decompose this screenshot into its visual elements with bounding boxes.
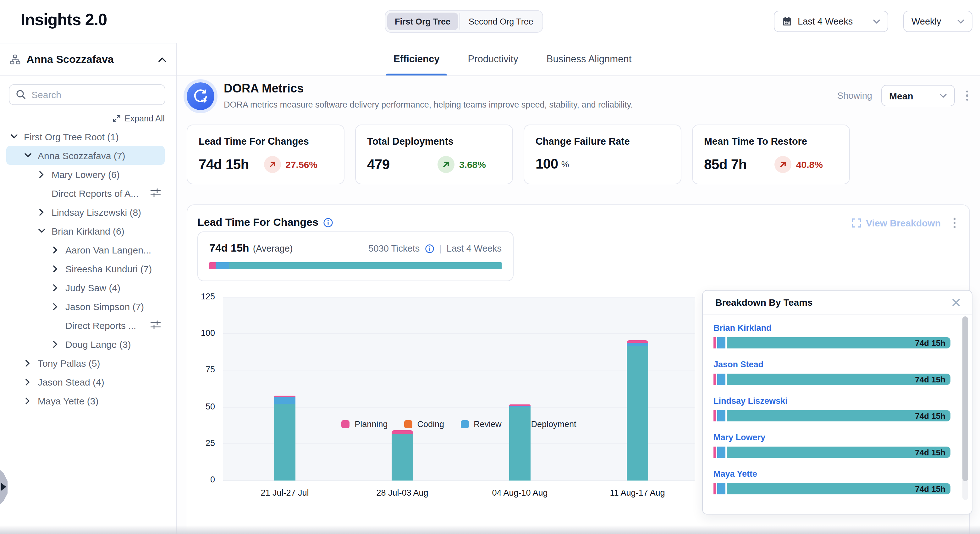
date-range-select[interactable]: Last 4 Weeks xyxy=(774,11,888,32)
info-icon[interactable] xyxy=(323,218,334,228)
tree-item-direct-reports-of-a[interactable]: Direct Reports of A... xyxy=(0,184,176,202)
tree-item-direct-reports[interactable]: Direct Reports ... xyxy=(0,316,176,335)
chevron-right-icon[interactable] xyxy=(37,171,46,178)
lead-time-menu-button[interactable] xyxy=(951,215,958,231)
org-tree: First Org Tree Root (1)Anna Scozzafava (… xyxy=(0,127,176,410)
team-stacked-bar: 74d 15h xyxy=(713,337,950,349)
tree-item-tony-pallas-5[interactable]: Tony Pallas (5) xyxy=(0,354,176,372)
chart-bar-4[interactable] xyxy=(627,340,648,481)
team-name-link[interactable]: Mary Lowery xyxy=(713,433,950,442)
top-bar: Insights 2.0 First Org Tree Second Org T… xyxy=(0,0,980,43)
metric-card-mean-time-to-restore: Mean Time To Restore85d 7h40.8% xyxy=(692,124,850,184)
bar-segment-deployment xyxy=(627,346,648,481)
tree-item-doug-lange-3[interactable]: Doug Lange (3) xyxy=(0,335,176,354)
metric-delta: 3.68% xyxy=(438,156,486,173)
tree-item-label: Direct Reports of A... xyxy=(51,188,138,198)
bar-segment-review xyxy=(717,374,725,385)
panel-scrollbar[interactable] xyxy=(963,316,968,500)
filter-sliders-icon[interactable] xyxy=(150,188,161,199)
tree-item-jason-stead-4[interactable]: Jason Stead (4) xyxy=(0,372,176,391)
chevron-right-icon[interactable] xyxy=(37,209,46,215)
tree-item-jason-simpson-7[interactable]: Jason Simpson (7) xyxy=(0,297,176,316)
sidebar-search xyxy=(9,84,165,105)
team-name-link[interactable]: Brian Kirkland xyxy=(713,323,950,333)
team-stacked-bar: 74d 15h xyxy=(713,446,950,458)
tree-item-judy-saw-4[interactable]: Judy Saw (4) xyxy=(0,278,176,297)
chart-bar-3[interactable] xyxy=(509,405,531,481)
org-tree-icon xyxy=(10,54,21,65)
chevron-right-icon[interactable] xyxy=(50,303,60,310)
tickets-count: 5030 Tickets xyxy=(368,244,420,253)
expand-all-button[interactable]: Expand All xyxy=(0,114,165,123)
tab-productivity[interactable]: Productivity xyxy=(466,43,519,75)
chevron-right-icon[interactable] xyxy=(22,397,33,404)
chart-bar-1[interactable] xyxy=(274,395,296,481)
team-name-link[interactable]: Jason Stead xyxy=(713,360,950,369)
toggle-first-org-tree[interactable]: First Org Tree xyxy=(387,13,458,30)
legend-item-review[interactable]: Review xyxy=(460,419,502,429)
tab-business-alignment[interactable]: Business Alignment xyxy=(545,43,633,75)
delta-percent: 40.8% xyxy=(796,159,823,170)
date-range-value: Last 4 Weeks xyxy=(798,16,853,26)
tree-item-label: Tony Pallas (5) xyxy=(38,357,100,368)
expand-all-icon xyxy=(113,115,121,123)
close-icon[interactable] xyxy=(949,295,963,309)
content-area: EfficiencyProductivityBusiness Alignment… xyxy=(177,43,980,534)
sidebar-collapse-handle[interactable] xyxy=(0,470,8,504)
granularity-select[interactable]: Weekly xyxy=(903,11,972,32)
team-value: 74d 15h xyxy=(915,338,945,348)
tab-efficiency[interactable]: Efficiency xyxy=(392,43,441,75)
chevron-down-icon[interactable] xyxy=(22,153,33,158)
aggregation-select[interactable]: Mean xyxy=(881,85,955,106)
tree-item-anna-scozzafava-7[interactable]: Anna Scozzafava (7) xyxy=(6,146,165,165)
chevron-down-icon[interactable] xyxy=(37,228,46,233)
tree-item-label: Direct Reports ... xyxy=(65,320,136,330)
team-name-link[interactable]: Lindsay Liszewski xyxy=(713,396,950,406)
chevron-right-icon[interactable] xyxy=(22,378,33,385)
breakdown-panel-title: Breakdown By Teams xyxy=(715,297,949,308)
legend-item-coding[interactable]: Coding xyxy=(404,419,444,429)
sidebar-header[interactable]: Anna Scozzafava xyxy=(0,43,176,76)
breakdown-row-mary-lowery: Mary Lowery74d 15h xyxy=(713,433,950,458)
chevron-right-icon[interactable] xyxy=(50,246,60,253)
bar-segment-deployment: 74d 15h xyxy=(727,410,950,421)
metric-delta: 27.56% xyxy=(264,156,317,173)
team-name-link[interactable]: Maya Yette xyxy=(713,469,950,479)
chevron-right-icon[interactable] xyxy=(22,359,33,367)
chevron-up-icon[interactable] xyxy=(158,57,166,62)
team-stacked-bar: 74d 15h xyxy=(713,410,950,421)
chevron-down-icon xyxy=(958,19,964,24)
chevron-down-icon[interactable] xyxy=(9,134,19,139)
filter-sliders-icon[interactable] xyxy=(150,320,161,332)
metric-title: Lead Time For Changes xyxy=(199,136,332,147)
info-icon[interactable] xyxy=(425,244,434,253)
chevron-right-icon[interactable] xyxy=(50,265,60,272)
average-range: Last 4 Weeks xyxy=(447,244,502,253)
dora-menu-button[interactable] xyxy=(963,88,970,104)
bar-segment-review xyxy=(717,483,725,494)
tree-item-sireesha-kunduri-7[interactable]: Sireesha Kunduri (7) xyxy=(0,259,176,278)
tree-item-maya-yette-3[interactable]: Maya Yette (3) xyxy=(0,391,176,410)
legend-item-deployment[interactable]: Deployment xyxy=(518,419,576,429)
average-label: (Average) xyxy=(253,244,293,253)
tree-item-first-org-tree-root-1[interactable]: First Org Tree Root (1) xyxy=(0,127,176,146)
toggle-second-org-tree[interactable]: Second Org Tree xyxy=(461,13,541,30)
legend-item-planning[interactable]: Planning xyxy=(341,419,388,429)
chevron-right-icon[interactable] xyxy=(50,341,60,347)
search-input[interactable] xyxy=(9,84,165,105)
dora-subtitle: DORA metrics measure software delivery p… xyxy=(224,100,633,110)
view-breakdown-button[interactable]: View Breakdown xyxy=(851,218,941,228)
tree-item-aaron-van-langen[interactable]: Aaron Van Langen... xyxy=(0,240,176,259)
chevron-right-icon[interactable] xyxy=(50,284,60,291)
tree-item-mary-lowery-6[interactable]: Mary Lowery (6) xyxy=(0,165,176,184)
bar-segment-planning xyxy=(391,430,413,434)
team-value: 74d 15h xyxy=(915,448,945,457)
tree-item-lindsay-liszewski-8[interactable]: Lindsay Liszewski (8) xyxy=(0,202,176,222)
tree-item-brian-kirkland-6[interactable]: Brian Kirkland (6) xyxy=(0,222,176,240)
bar-segment-review xyxy=(274,397,296,404)
chevron-down-icon xyxy=(939,93,947,98)
showing-label: Showing xyxy=(837,91,872,100)
average-value: 74d 15h xyxy=(209,242,249,255)
chart-bar-2[interactable] xyxy=(391,430,413,481)
tree-item-label: First Org Tree Root (1) xyxy=(24,131,119,142)
